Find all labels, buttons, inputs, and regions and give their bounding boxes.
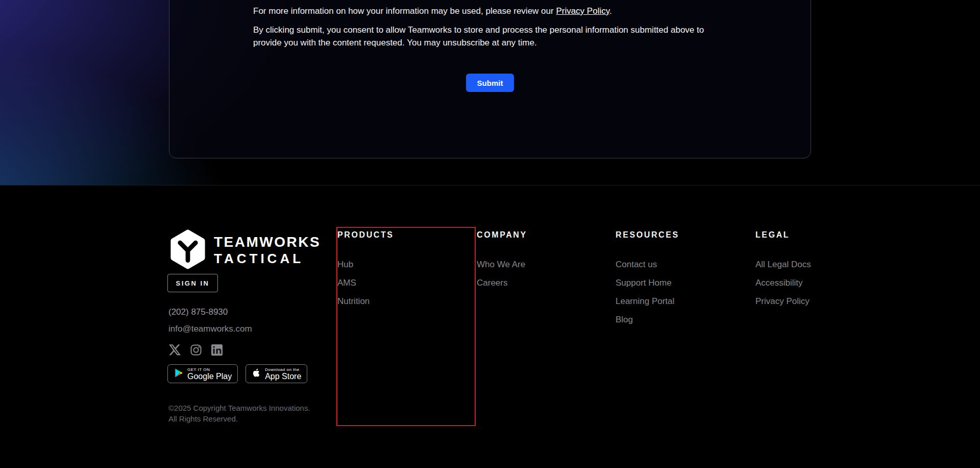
footer-link-contact-us[interactable]: Contact us	[616, 259, 679, 270]
linkedin-icon[interactable]	[210, 343, 223, 356]
submit-button[interactable]: Submit	[466, 74, 514, 92]
column-heading-legal: LEGAL	[755, 230, 811, 240]
app-store-badge[interactable]: Download on the App Store	[246, 364, 307, 383]
column-heading-company: COMPANY	[477, 230, 527, 240]
info-text-period: .	[609, 6, 612, 16]
email-link[interactable]: info@teamworks.com	[168, 324, 252, 334]
column-heading-resources: RESOURCES	[616, 230, 679, 240]
footer-link-careers[interactable]: Careers	[477, 277, 527, 289]
form-section: For more information on how your informa…	[0, 0, 980, 185]
google-play-badge-name: Google Play	[187, 372, 232, 381]
footer-link-blog[interactable]: Blog	[616, 314, 679, 325]
phone-link[interactable]: (202) 875-8930	[168, 307, 228, 317]
apple-icon	[252, 368, 261, 380]
teamworks-tactical-logo[interactable]: TEAMWORKS TACTICAL	[167, 229, 321, 272]
sign-in-button[interactable]: SIGN IN	[167, 274, 218, 292]
footer-link-hub[interactable]: Hub	[337, 259, 394, 270]
logo-line-teamworks: TEAMWORKS	[214, 234, 321, 250]
logo-line-tactical: TACTICAL	[214, 250, 321, 267]
instagram-icon[interactable]	[189, 343, 202, 356]
footer-column-products: PRODUCTS Hub AMS Nutrition	[337, 230, 394, 314]
footer-link-who-we-are[interactable]: Who We Are	[477, 259, 527, 270]
footer: TEAMWORKS TACTICAL SIGN IN (202) 875-893…	[0, 185, 980, 468]
google-play-icon	[174, 368, 184, 380]
footer-link-all-legal-docs[interactable]: All Legal Docs	[755, 259, 811, 270]
info-text: For more information on how your informa…	[253, 5, 728, 17]
google-play-badge-top-text: GET IT ON	[187, 367, 232, 372]
info-text-body: For more information on how your informa…	[253, 6, 556, 16]
app-store-badge-top-text: Download on the	[265, 367, 301, 372]
hexagon-y-logo-icon	[167, 229, 208, 272]
google-play-badge[interactable]: GET IT ON Google Play	[167, 364, 238, 383]
app-store-badge-name: App Store	[265, 372, 301, 381]
copyright-text: ©2025 Copyright Teamworks Innovations. A…	[168, 403, 310, 424]
footer-link-learning-portal[interactable]: Learning Portal	[616, 296, 679, 307]
form-card: For more information on how your informa…	[169, 0, 811, 158]
copyright-line-1: ©2025 Copyright Teamworks Innovations.	[168, 403, 310, 413]
privacy-policy-link[interactable]: Privacy Policy	[556, 6, 609, 16]
social-icons-row	[168, 343, 223, 356]
footer-link-support-home[interactable]: Support Home	[616, 277, 679, 289]
consent-text: By clicking submit, you consent to allow…	[253, 24, 713, 49]
footer-link-nutrition[interactable]: Nutrition	[337, 296, 394, 307]
app-badges-row: GET IT ON Google Play Download on the Ap…	[167, 364, 307, 383]
footer-column-resources: RESOURCES Contact us Support Home Learni…	[616, 230, 679, 333]
x-twitter-icon[interactable]	[168, 343, 181, 356]
logo-wordmark: TEAMWORKS TACTICAL	[214, 234, 321, 267]
footer-column-company: COMPANY Who We Are Careers	[477, 230, 527, 296]
footer-link-accessibility[interactable]: Accessibility	[755, 277, 811, 289]
page: For more information on how your informa…	[0, 0, 980, 468]
column-heading-products: PRODUCTS	[337, 230, 394, 240]
footer-link-ams[interactable]: AMS	[337, 277, 394, 289]
footer-column-legal: LEGAL All Legal Docs Accessibility Priva…	[755, 230, 811, 314]
footer-link-privacy-policy[interactable]: Privacy Policy	[755, 296, 811, 307]
copyright-line-2: All Rights Reserved.	[168, 413, 310, 424]
